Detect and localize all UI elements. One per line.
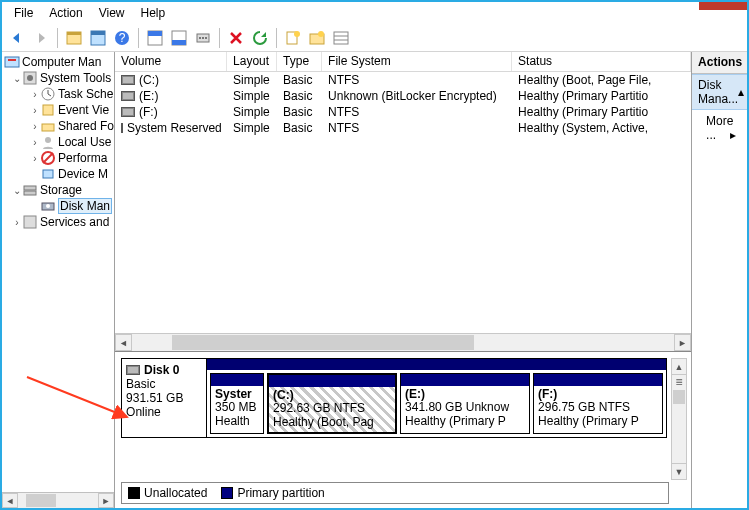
svg-point-17: [318, 31, 324, 37]
svg-point-24: [27, 75, 33, 81]
properties-button[interactable]: [87, 27, 109, 49]
menu-help[interactable]: Help: [133, 4, 174, 22]
svg-rect-21: [5, 57, 19, 67]
menu-action[interactable]: Action: [41, 4, 90, 22]
tree-pane: Computer Man ⌄System Tools ›Task Sche ›E…: [2, 52, 115, 508]
volume-hscroll[interactable]: ◄►: [115, 333, 691, 351]
tree-local[interactable]: ›Local Use: [2, 134, 114, 150]
new-item-button[interactable]: [282, 27, 304, 49]
refresh-button[interactable]: [249, 27, 271, 49]
back-button[interactable]: [6, 27, 28, 49]
partition[interactable]: (F:)296.75 GB NTFSHealthy (Primary P: [533, 373, 663, 434]
view-top-button[interactable]: [144, 27, 166, 49]
actions-header: Actions: [692, 52, 749, 74]
forward-button[interactable]: [30, 27, 52, 49]
svg-rect-3: [91, 31, 105, 35]
col-status[interactable]: Status: [512, 52, 691, 71]
svg-rect-32: [24, 186, 36, 190]
disk-info: Disk 0 Basic 931.51 GB Online: [122, 359, 207, 437]
col-volume[interactable]: Volume: [115, 52, 227, 71]
volume-table: Volume Layout Type File System Status (C…: [115, 52, 691, 352]
center-pane: Volume Layout Type File System Status (C…: [115, 52, 692, 508]
disk-size: 931.51 GB: [126, 391, 202, 405]
partition[interactable]: (E:)341.80 GB UnknowHealthy (Primary P: [400, 373, 530, 434]
disk-kind: Basic: [126, 377, 202, 391]
disk-icon: [126, 365, 140, 375]
disk-pane: Disk 0 Basic 931.51 GB Online Syster350 …: [115, 352, 691, 508]
chevron-up-icon: ▴: [738, 85, 744, 99]
col-layout[interactable]: Layout: [227, 52, 277, 71]
tree-root[interactable]: Computer Man: [2, 54, 114, 70]
volume-row[interactable]: (C:)SimpleBasicNTFSHealthy (Boot, Page F…: [115, 72, 691, 88]
menu-view[interactable]: View: [91, 4, 133, 22]
actions-context[interactable]: Disk Mana...▴: [692, 74, 749, 110]
volume-icon: [121, 75, 135, 85]
volume-header[interactable]: Volume Layout Type File System Status: [115, 52, 691, 72]
svg-rect-18: [334, 32, 348, 44]
volume-name: (C:): [139, 73, 159, 87]
svg-rect-1: [67, 32, 81, 35]
svg-point-11: [199, 37, 201, 39]
tree-task[interactable]: ›Task Sche: [2, 86, 114, 102]
svg-rect-22: [8, 59, 16, 61]
volume-icon: [121, 91, 135, 101]
partition[interactable]: (C:)292.63 GB NTFSHealthy (Boot, Pag: [267, 373, 397, 434]
svg-rect-7: [148, 31, 162, 36]
volume-name: (E:): [139, 89, 158, 103]
help-button[interactable]: ?: [111, 27, 133, 49]
menu-file[interactable]: File: [6, 4, 41, 22]
disk-name: Disk 0: [144, 363, 179, 377]
svg-point-13: [205, 37, 207, 39]
disk-state: Online: [126, 405, 202, 419]
chevron-right-icon: ▸: [730, 128, 736, 142]
actions-pane: Actions Disk Mana...▴ More ... ▸: [692, 52, 749, 508]
tree-systools[interactable]: ⌄System Tools: [2, 70, 114, 86]
partition[interactable]: Syster350 MBHealth: [210, 373, 264, 434]
svg-rect-36: [24, 216, 36, 228]
toolbar: ?: [2, 24, 747, 52]
volume-icon: [121, 107, 135, 117]
show-hide-tree-button[interactable]: [63, 27, 85, 49]
view-bottom-button[interactable]: [168, 27, 190, 49]
menubar: File Action View Help: [2, 2, 747, 24]
tree-perf[interactable]: ›Performa: [2, 150, 114, 166]
svg-rect-31: [43, 170, 53, 178]
window-close-hint: [699, 0, 749, 10]
svg-point-12: [202, 37, 204, 39]
svg-rect-26: [43, 105, 53, 115]
svg-point-28: [45, 137, 51, 143]
volume-row[interactable]: System ReservedSimpleBasicNTFSHealthy (S…: [115, 120, 691, 136]
svg-point-15: [294, 31, 300, 37]
tree-device[interactable]: ›Device M: [2, 166, 114, 182]
volume-name: (F:): [139, 105, 158, 119]
legend: Unallocated Primary partition: [121, 482, 669, 504]
actions-more[interactable]: More ... ▸: [692, 110, 749, 146]
disk-vscroll[interactable]: ▲≡▼: [671, 358, 687, 480]
delete-button[interactable]: [225, 27, 247, 49]
svg-rect-9: [172, 40, 186, 45]
list-view-button[interactable]: [330, 27, 352, 49]
svg-rect-33: [24, 191, 36, 195]
tree-diskman[interactable]: ›Disk Man: [2, 198, 114, 214]
legend-unallocated: Unallocated: [128, 486, 207, 500]
svg-text:?: ?: [119, 31, 126, 45]
tree-services[interactable]: ›Services and: [2, 214, 114, 230]
tree-shared[interactable]: ›Shared Fo: [2, 118, 114, 134]
volume-icon: [121, 123, 123, 133]
volume-row[interactable]: (F:)SimpleBasicNTFSHealthy (Primary Part…: [115, 104, 691, 120]
folder-new-button[interactable]: [306, 27, 328, 49]
volume-row[interactable]: (E:)SimpleBasicUnknown (BitLocker Encryp…: [115, 88, 691, 104]
settings-button[interactable]: [192, 27, 214, 49]
legend-primary: Primary partition: [221, 486, 324, 500]
col-fs[interactable]: File System: [322, 52, 512, 71]
tree-event[interactable]: ›Event Vie: [2, 102, 114, 118]
col-type[interactable]: Type: [277, 52, 322, 71]
volume-name: System Reserved: [127, 121, 222, 135]
tree-hscroll[interactable]: ◄►: [2, 492, 114, 508]
disk-block[interactable]: Disk 0 Basic 931.51 GB Online Syster350 …: [121, 358, 667, 438]
disk-caption-bar: [207, 359, 666, 370]
tree-storage[interactable]: ⌄Storage: [2, 182, 114, 198]
svg-point-35: [46, 204, 50, 208]
svg-rect-27: [42, 124, 54, 131]
